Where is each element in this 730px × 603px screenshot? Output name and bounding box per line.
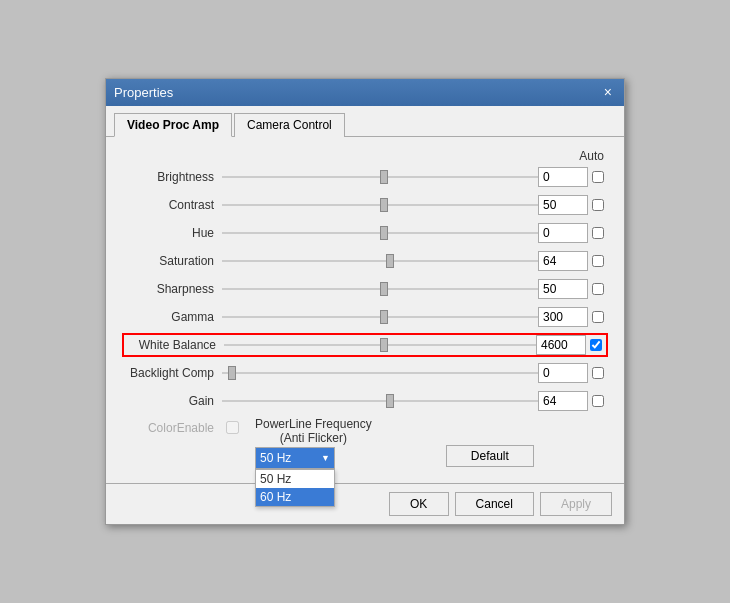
auto-check-container-1 [588, 199, 608, 211]
auto-column-header: Auto [122, 149, 608, 163]
slider-track-2 [222, 226, 538, 240]
value-input-5[interactable] [538, 307, 588, 327]
dialog-title: Properties [114, 85, 173, 100]
slider-track-5 [222, 310, 538, 324]
auto-checkbox-0[interactable] [592, 171, 604, 183]
auto-checkbox-8[interactable] [592, 395, 604, 407]
prop-label-6: White Balance [124, 338, 224, 352]
property-row-hue: Hue [122, 221, 608, 245]
value-input-2[interactable] [538, 223, 588, 243]
auto-checkbox-7[interactable] [592, 367, 604, 379]
powerline-label: PowerLine Frequency (Anti Flicker) [255, 417, 372, 446]
track-line-4 [222, 288, 538, 290]
slider-track-6 [224, 338, 536, 352]
auto-check-container-4 [588, 283, 608, 295]
close-button[interactable]: × [600, 85, 616, 99]
prop-label-8: Gain [122, 394, 222, 408]
slider-thumb-5[interactable] [380, 310, 388, 324]
powerline-dropdown-list: 50 Hz 60 Hz [255, 469, 335, 507]
cancel-button[interactable]: Cancel [455, 492, 534, 516]
track-line-1 [222, 204, 538, 206]
auto-checkbox-4[interactable] [592, 283, 604, 295]
prop-label-2: Hue [122, 226, 222, 240]
bottom-row: ColorEnable PowerLine Frequency (Anti Fl… [122, 417, 608, 476]
color-enable-section: ColorEnable [122, 417, 239, 435]
slider-track-4 [222, 282, 538, 296]
property-row-backlight-comp: Backlight Comp [122, 361, 608, 385]
slider-thumb-8[interactable] [386, 394, 394, 408]
slider-track-7 [222, 366, 538, 380]
dropdown-item-50hz[interactable]: 50 Hz [256, 470, 334, 488]
property-row-sharpness: Sharpness [122, 277, 608, 301]
auto-checkbox-5[interactable] [592, 311, 604, 323]
property-row-saturation: Saturation [122, 249, 608, 273]
value-input-8[interactable] [538, 391, 588, 411]
value-input-3[interactable] [538, 251, 588, 271]
property-row-white-balance: White Balance [122, 333, 608, 357]
properties-dialog: Properties × Video Proc Amp Camera Contr… [105, 78, 625, 526]
track-line-6 [224, 344, 536, 346]
auto-checkbox-3[interactable] [592, 255, 604, 267]
slider-track-8 [222, 394, 538, 408]
track-line-3 [222, 260, 538, 262]
prop-label-5: Gamma [122, 310, 222, 324]
prop-label-7: Backlight Comp [122, 366, 222, 380]
slider-thumb-3[interactable] [386, 254, 394, 268]
auto-check-container-3 [588, 255, 608, 267]
content-area: Auto BrightnessContrastHueSaturationShar… [106, 137, 624, 484]
slider-track-3 [222, 254, 538, 268]
auto-check-container-6 [586, 339, 606, 351]
property-row-contrast: Contrast [122, 193, 608, 217]
slider-thumb-2[interactable] [380, 226, 388, 240]
track-line-2 [222, 232, 538, 234]
prop-label-3: Saturation [122, 254, 222, 268]
auto-check-container-7 [588, 367, 608, 379]
track-line-8 [222, 400, 538, 402]
properties-container: BrightnessContrastHueSaturationSharpness… [122, 165, 608, 413]
value-input-4[interactable] [538, 279, 588, 299]
tabs-bar: Video Proc Amp Camera Control [106, 106, 624, 137]
color-enable-label: ColorEnable [122, 421, 222, 435]
value-input-6[interactable] [536, 335, 586, 355]
prop-label-1: Contrast [122, 198, 222, 212]
track-line-0 [222, 176, 538, 178]
slider-thumb-7[interactable] [228, 366, 236, 380]
default-button[interactable]: Default [446, 445, 534, 467]
value-input-0[interactable] [538, 167, 588, 187]
auto-checkbox-2[interactable] [592, 227, 604, 239]
auto-checkbox-6[interactable] [590, 339, 602, 351]
auto-check-container-5 [588, 311, 608, 323]
dialog-buttons: OK Cancel Apply [106, 483, 624, 524]
slider-track-0 [222, 170, 538, 184]
tab-video-proc-amp[interactable]: Video Proc Amp [114, 113, 232, 137]
value-input-7[interactable] [538, 363, 588, 383]
auto-check-container-8 [588, 395, 608, 407]
auto-checkbox-1[interactable] [592, 199, 604, 211]
value-input-1[interactable] [538, 195, 588, 215]
slider-track-1 [222, 198, 538, 212]
prop-label-0: Brightness [122, 170, 222, 184]
prop-label-4: Sharpness [122, 282, 222, 296]
track-line-7 [222, 372, 538, 374]
color-enable-checkbox[interactable] [226, 421, 239, 434]
ok-button[interactable]: OK [389, 492, 449, 516]
powerline-section: PowerLine Frequency (Anti Flicker) 50 Hz… [255, 417, 372, 470]
slider-thumb-0[interactable] [380, 170, 388, 184]
dropdown-item-60hz[interactable]: 60 Hz [256, 488, 334, 506]
auto-check-container-0 [588, 171, 608, 183]
property-row-gamma: Gamma [122, 305, 608, 329]
property-row-gain: Gain [122, 389, 608, 413]
powerline-dropdown-current[interactable]: 50 Hz ▼ [255, 447, 335, 469]
slider-thumb-1[interactable] [380, 198, 388, 212]
slider-thumb-4[interactable] [380, 282, 388, 296]
track-line-5 [222, 316, 538, 318]
property-row-brightness: Brightness [122, 165, 608, 189]
auto-check-container-2 [588, 227, 608, 239]
title-bar: Properties × [106, 79, 624, 106]
dropdown-arrow-icon: ▼ [321, 453, 330, 463]
tab-camera-control[interactable]: Camera Control [234, 113, 345, 137]
apply-button[interactable]: Apply [540, 492, 612, 516]
slider-thumb-6[interactable] [380, 338, 388, 352]
